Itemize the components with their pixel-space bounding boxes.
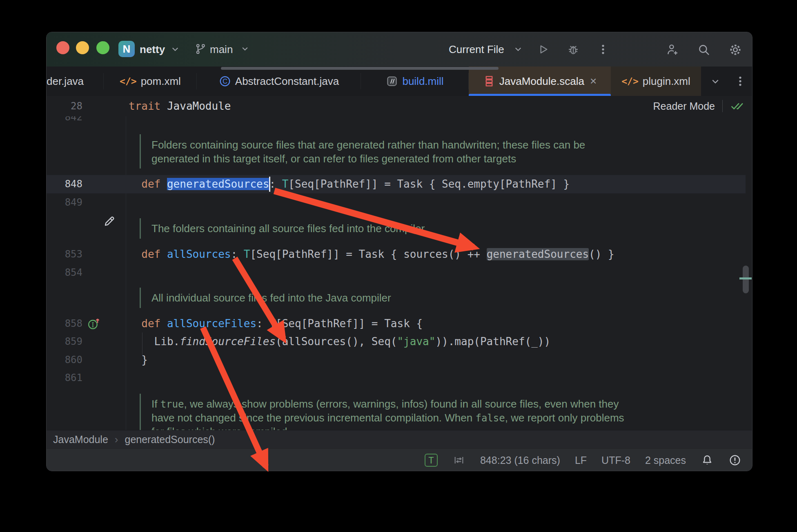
mill-build-icon [386, 75, 398, 87]
editor-scrollbar-thumb[interactable] [743, 266, 749, 293]
editor-tab-javamodule-scala[interactable]: JavaModule.scala× [469, 66, 611, 96]
code-line-849[interactable]: 849 [47, 193, 746, 212]
code-text: def allSourceFiles: T[Seq[PathRef]] = Ta… [129, 315, 423, 333]
code-line-860[interactable]: 860 } [47, 351, 746, 369]
code-text: def generatedSources: T[Seq[PathRef]] = … [129, 175, 570, 193]
tab-options-kebab-icon[interactable] [734, 75, 746, 88]
code-line-842[interactable]: 842 [47, 116, 746, 126]
more-actions-kebab-icon[interactable] [597, 43, 610, 56]
code-token: All individual source files fed into the… [151, 292, 391, 304]
tab-scrollbar[interactable] [221, 67, 499, 70]
code-token: T [269, 317, 276, 330]
code-token: for files which were compiled [151, 426, 287, 430]
editor-tab-build-mill[interactable]: build.mill [361, 66, 469, 96]
line-number: 849 [47, 193, 82, 212]
doc-comment-text: generated in this target itself, or can … [151, 150, 516, 168]
indent-widget[interactable]: 2 spaces [645, 454, 686, 466]
settings-gear-icon[interactable] [728, 43, 741, 56]
titlebar: N netty main Current File [47, 32, 752, 67]
doc-comment-line[interactable]: generated in this target itself, or can … [47, 150, 746, 168]
doc-comment-line[interactable]: All individual source files fed into the… [47, 289, 746, 307]
code-token: generatedSources [167, 178, 269, 190]
code-token [129, 178, 141, 190]
doc-comment-text: The folders containing all source files … [151, 219, 425, 238]
code-line-854[interactable]: 854 [47, 264, 746, 282]
code-token: } [129, 354, 148, 366]
code-token [129, 248, 141, 260]
project-name-widget[interactable]: netty [140, 32, 165, 66]
code-line-848[interactable]: 848 def generatedSources: T[Seq[PathRef]… [47, 175, 746, 193]
divider [722, 100, 723, 112]
chevron-down-icon [512, 43, 525, 56]
inspections-ok-double-check-icon[interactable] [730, 100, 744, 112]
code-with-me-add-user-icon[interactable] [666, 43, 679, 56]
sticky-header-line: 28 trait JavaModule Reader Mode [47, 96, 752, 117]
line-number: 861 [47, 369, 82, 387]
todo-widget-badge[interactable]: T [425, 454, 438, 467]
branch-name-widget[interactable]: main [210, 32, 233, 66]
code-line-861[interactable]: 861 [47, 369, 746, 387]
editor-tab-plugin-xml[interactable]: </>plugin.xml [611, 66, 701, 96]
notifications-bell-icon[interactable] [701, 454, 714, 467]
tab-label: build.mill [402, 75, 443, 88]
line-number: 854 [47, 264, 82, 282]
project-icon: N [118, 41, 135, 57]
tab-label: AbstractConstant.java [235, 75, 339, 88]
code-text: def allSources: T[Seq[PathRef]] = Task {… [129, 245, 614, 264]
encoding-widget[interactable]: UTF-8 [601, 454, 630, 466]
debug-button[interactable] [567, 43, 580, 56]
implements-interface-icon[interactable]: I [87, 317, 101, 331]
code-token: have not changed since the previous incr… [151, 412, 475, 424]
sticky-code[interactable]: trait JavaModule [129, 96, 231, 116]
edit-intention-pencil-icon[interactable] [102, 214, 116, 228]
search-everywhere-icon[interactable] [697, 43, 710, 56]
zoom-window-button[interactable] [96, 41, 109, 54]
code-token [160, 317, 167, 330]
code-token: () } [589, 248, 614, 260]
code-token: )).map(PathRef(_)) [435, 335, 550, 348]
breadcrumb-bar: JavaModule › generatedSources() [47, 430, 752, 448]
sync-scroll-icon[interactable] [452, 454, 465, 467]
tab-label: der.java [47, 75, 84, 88]
code-token: , we report only problems [505, 412, 624, 424]
doc-comment-text: All individual source files fed into the… [151, 289, 391, 307]
code-token: def [141, 317, 160, 330]
line-number: 858 [47, 315, 82, 333]
breadcrumb-item[interactable]: JavaModule [53, 434, 108, 446]
code-token: , we always show problems (errors, warni… [184, 398, 619, 410]
close-window-button[interactable] [56, 41, 69, 54]
line-ending-widget[interactable]: LF [575, 454, 587, 466]
svg-text:I: I [91, 321, 94, 329]
line-number: 860 [47, 351, 82, 369]
reader-mode-button[interactable]: Reader Mode [653, 100, 715, 112]
breadcrumb-item[interactable]: generatedSources() [125, 434, 215, 446]
code-token: If [151, 398, 160, 410]
hidden-tabs-chevron-icon[interactable] [709, 75, 722, 88]
doc-comment-line[interactable]: The folders containing all source files … [47, 219, 746, 238]
code-token: : [256, 317, 269, 330]
error-exclamation-icon[interactable] [728, 454, 741, 467]
code-line-858[interactable]: 858I def allSourceFiles: T[Seq[PathRef]]… [47, 315, 746, 333]
doc-comment-line[interactable]: for files which were compiled [47, 423, 746, 430]
editor-tab-pom-xml[interactable]: </>pom.xml [104, 66, 197, 96]
code-line-859[interactable]: 859 Lib.findSourceFiles(allSources(), Se… [47, 332, 746, 351]
tab-label: plugin.xml [643, 75, 690, 88]
code-editor-viewport[interactable]: 842Folders containing source files that … [47, 116, 752, 430]
status-bar: T 848:23 (16 chars) LF UTF-8 2 spaces [47, 448, 752, 471]
editor-tab-der-java[interactable]: der.java [47, 66, 104, 96]
editor-tab-abstractconstant-java[interactable]: CAbstractConstant.java [197, 66, 361, 96]
xml-icon: </> [621, 76, 639, 86]
xml-icon: </> [120, 76, 137, 86]
breadcrumb-separator: › [115, 433, 118, 446]
minimize-window-button[interactable] [76, 41, 89, 54]
run-configuration-widget[interactable]: Current File [449, 32, 504, 66]
caret-position-widget[interactable]: 848:23 (16 chars) [480, 454, 560, 466]
doc-comment-text: for files which were compiled [151, 423, 287, 430]
git-branch-icon [194, 43, 207, 56]
editor-tab-bar: der.java</>pom.xmlCAbstractConstant.java… [47, 66, 752, 96]
run-button[interactable] [537, 43, 550, 56]
code-token: def [141, 178, 160, 190]
close-tab-icon[interactable]: × [590, 75, 597, 88]
code-line-853[interactable]: 853 def allSources: T[Seq[PathRef]] = Ta… [47, 245, 746, 264]
tab-label: pom.xml [141, 75, 181, 88]
